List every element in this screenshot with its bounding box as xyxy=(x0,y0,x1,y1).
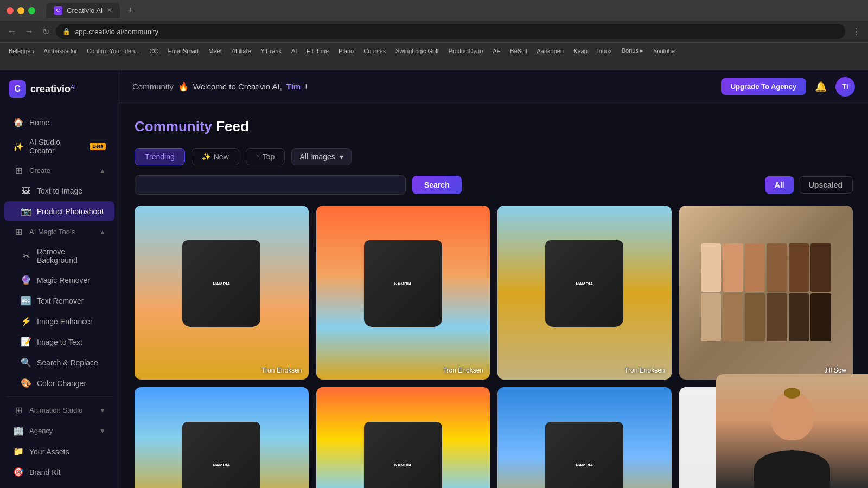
image-card-1[interactable]: NAMRIA Tron Enoksen xyxy=(135,206,309,380)
bookmark-bestill[interactable]: BeStill xyxy=(506,46,531,56)
bookmark-inbox[interactable]: Inbox xyxy=(593,46,616,56)
minimize-window-button[interactable] xyxy=(17,7,24,14)
swatches-grid xyxy=(701,243,831,341)
new-tab-button[interactable]: + xyxy=(127,5,133,16)
notification-button[interactable]: 🔔 xyxy=(813,79,829,95)
close-window-button[interactable] xyxy=(7,7,14,14)
filter-trending-button[interactable]: Trending xyxy=(135,148,185,165)
sidebar-item-your-assets[interactable]: 📁 Your Assets xyxy=(4,441,114,461)
sidebar-item-animation-studio[interactable]: ⊞ Animation Studio ▼ xyxy=(4,400,114,420)
image-card-7[interactable]: NAMRIA Tron Enoksen xyxy=(497,387,672,489)
filter-top-button[interactable]: ↑Top xyxy=(246,148,285,165)
sidebar-item-magic-remover[interactable]: 🔮 Magic Remover xyxy=(4,270,114,290)
sidebar-label-home: Home xyxy=(29,118,106,127)
images-dropdown[interactable]: All Images ▾ xyxy=(291,148,351,165)
avatar[interactable]: Ti xyxy=(835,77,855,97)
bookmark-ai[interactable]: AI xyxy=(287,46,301,56)
image-card-2[interactable]: NAMRIA Tron Enoksen xyxy=(316,206,490,380)
image-author-4: Jill Sow xyxy=(824,367,846,374)
image-author-3: Tron Enoksen xyxy=(624,367,665,374)
sidebar-item-color-changer[interactable]: 🎨 Color Changer xyxy=(4,373,114,393)
sidebar-item-brand-kit[interactable]: 🎯 Brand Kit xyxy=(4,462,114,482)
bookmark-productdyno[interactable]: ProductDyno xyxy=(444,46,488,56)
tab-close-button[interactable]: ✕ xyxy=(107,7,112,14)
title-community: Community xyxy=(135,118,212,134)
image-card-4[interactable]: Jill Sow xyxy=(679,206,853,380)
divider-1 xyxy=(7,396,112,397)
sidebar-item-remove-bg[interactable]: ✂ Remove Background xyxy=(4,242,114,269)
url-text: app.creativio.ai/community xyxy=(75,28,158,36)
tab-favicon: C xyxy=(54,6,62,15)
browser-tab[interactable]: C Creativio AI ✕ xyxy=(46,3,120,18)
sidebar-label-create: Create xyxy=(29,166,94,175)
bookmark-cc[interactable]: CC xyxy=(145,46,163,56)
text-remover-icon: 🔤 xyxy=(21,296,31,306)
filter-new-button[interactable]: ✨New xyxy=(192,148,239,165)
image-card-3[interactable]: NAMRIA Tron Enoksen xyxy=(497,206,672,380)
sidebar-item-ai-studio[interactable]: ✨ AI Studio Creator Beta xyxy=(4,133,114,160)
image-placeholder-7: NAMRIA Tron Enoksen xyxy=(497,387,672,489)
lock-icon: 🔒 xyxy=(62,28,71,35)
sidebar-label-remove-bg: Remove Background xyxy=(37,247,106,265)
bookmark-beleggen[interactable]: Beleggen xyxy=(4,46,39,56)
browser-titlebar: C Creativio AI ✕ + xyxy=(0,0,868,21)
sidebar-item-product-photoshoot[interactable]: 📷 Product Photoshoot xyxy=(4,201,114,221)
image-card-5[interactable]: NAMRIA Tron Enoksen xyxy=(135,387,309,489)
bookmark-keap[interactable]: Keap xyxy=(569,46,592,56)
product-photoshoot-icon: 📷 xyxy=(21,206,31,216)
image-card-6[interactable]: NAMRIA Tron Enoksen xyxy=(316,387,490,489)
filter-right: All Upscaled xyxy=(765,176,853,194)
bookmark-af[interactable]: AF xyxy=(488,46,505,56)
bookmark-meet[interactable]: Meet xyxy=(204,46,226,56)
bookmark-ambassador[interactable]: Ambassador xyxy=(40,46,82,56)
sidebar-item-text-to-image[interactable]: 🖼 Text to Image xyxy=(4,181,114,201)
sidebar-label-image-to-text: Image to Text xyxy=(37,338,106,346)
search-button[interactable]: Search xyxy=(412,176,462,194)
maximize-window-button[interactable] xyxy=(28,7,35,14)
sidebar-label-color-changer: Color Changer xyxy=(37,379,106,388)
product-bag-1: NAMRIA xyxy=(182,240,260,327)
product-bag-2: NAMRIA xyxy=(364,240,442,327)
sidebar-label-text-remover: Text Remover xyxy=(37,297,106,305)
search-input[interactable] xyxy=(135,175,406,195)
sidebar-item-ai-magic-tools[interactable]: ⊞ AI Magic Tools ▲ xyxy=(4,222,114,242)
breadcrumb-exclamation: ! xyxy=(305,82,307,91)
sidebar-label-brand-kit: Brand Kit xyxy=(29,468,106,477)
sidebar-item-image-enhancer[interactable]: ⚡ Image Enhancer xyxy=(4,311,114,331)
bookmark-bonus[interactable]: Bonus ▸ xyxy=(617,46,648,56)
sidebar-item-agency[interactable]: 🏢 Agency ▼ xyxy=(4,421,114,441)
sidebar-item-home[interactable]: 🏠 Home xyxy=(4,112,114,132)
bookmark-confirm[interactable]: Confirm Your Iden... xyxy=(82,46,144,56)
forward-button[interactable]: → xyxy=(23,24,36,38)
bookmark-aankopen[interactable]: Aankopen xyxy=(533,46,569,56)
bookmark-ytrank[interactable]: YT rank xyxy=(257,46,286,56)
bookmark-emailsmart[interactable]: EmailSmart xyxy=(163,46,203,56)
sidebar-item-text-remover[interactable]: 🔤 Text Remover xyxy=(4,291,114,311)
address-bar[interactable]: 🔒 app.creativio.ai/community xyxy=(56,24,845,39)
sidebar-label-assets: Your Assets xyxy=(29,447,106,456)
bookmark-youtube[interactable]: Youtube xyxy=(649,46,679,56)
bookmark-ettime[interactable]: ET Time xyxy=(302,46,333,56)
product-bag-6: NAMRIA xyxy=(364,422,442,488)
back-button[interactable]: ← xyxy=(5,24,18,38)
sidebar-label-magic-remover: Magic Remover xyxy=(37,276,106,285)
product-bag-3: NAMRIA xyxy=(545,240,623,327)
bookmark-piano[interactable]: Piano xyxy=(334,46,358,56)
sidebar-item-search-replace[interactable]: 🔍 Search & Replace xyxy=(4,352,114,373)
logo-text: creativioAI xyxy=(30,84,76,95)
filter-all-button[interactable]: All xyxy=(765,176,794,194)
sidebar-label-ai-magic: AI Magic Tools xyxy=(29,228,94,236)
bookmark-courses[interactable]: Courses xyxy=(359,46,390,56)
bookmark-affiliate[interactable]: Affiliate xyxy=(227,46,256,56)
refresh-button[interactable]: ↻ xyxy=(40,24,52,39)
webcam-overlay xyxy=(716,374,868,488)
sidebar-item-image-to-text[interactable]: 📝 Image to Text xyxy=(4,332,114,352)
sidebar-item-create[interactable]: ⊞ Create ▲ xyxy=(4,160,114,181)
sidebar-nav: 🏠 Home ✨ AI Studio Creator Beta ⊞ Create… xyxy=(0,107,119,488)
beta-badge: Beta xyxy=(90,143,106,150)
upgrade-button[interactable]: Upgrade To Agency xyxy=(721,78,806,95)
breadcrumb-username: Tim xyxy=(286,82,301,91)
filter-upscaled-button[interactable]: Upscaled xyxy=(799,176,853,194)
bookmark-swinglogic[interactable]: SwingLogic Golf xyxy=(391,46,443,56)
menu-button[interactable]: ⋮ xyxy=(850,24,863,39)
